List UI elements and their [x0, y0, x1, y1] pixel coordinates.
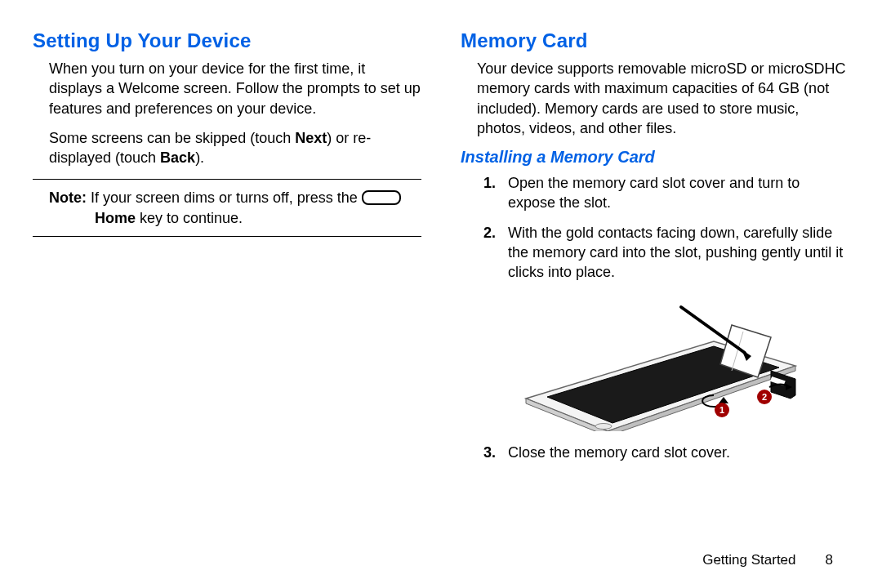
step-1: Open the memory card slot cover and turn… [483, 173, 849, 213]
tablet-sdcard-illustration: 1 2 [510, 292, 812, 431]
svg-marker-13 [719, 397, 728, 403]
heading-memory-card: Memory Card [461, 29, 849, 52]
left-column: Setting Up Your Device When you turn on … [33, 29, 421, 552]
right-column: Memory Card Your device supports removab… [461, 29, 849, 552]
text: Some screens can be skipped (touch [49, 130, 295, 146]
footer-page-number: 8 [826, 552, 833, 568]
memory-intro: Your device supports removable microSD o… [477, 59, 849, 138]
svg-point-4 [595, 423, 612, 429]
step-2: With the gold contacts facing down, care… [483, 223, 849, 283]
note-label: Note: [49, 189, 87, 206]
home-button-icon [362, 190, 401, 205]
subheading-installing: Installing a Memory Card [461, 148, 849, 167]
note-text: Note: If your screen dims or turns off, … [49, 188, 421, 228]
back-label: Back [160, 149, 195, 166]
install-steps: Open the memory card slot cover and turn… [483, 173, 849, 282]
step-3: Close the memory card slot cover. [483, 443, 849, 462]
setup-paragraph-1: When you turn on your device for the fir… [49, 59, 421, 118]
heading-setting-up: Setting Up Your Device [33, 29, 421, 52]
footer-section-name: Getting Started [702, 552, 795, 568]
page-footer: Getting Started 8 [33, 552, 849, 568]
manual-page: Setting Up Your Device When you turn on … [0, 0, 882, 588]
setup-paragraph-2: Some screens can be skipped (touch Next)… [49, 128, 421, 168]
next-label: Next [295, 130, 327, 146]
text: key to continue. [136, 210, 243, 226]
two-column-layout: Setting Up Your Device When you turn on … [33, 29, 849, 552]
home-key-label: Home [95, 210, 136, 226]
svg-text:2: 2 [762, 392, 767, 402]
install-steps-cont: Close the memory card slot cover. [483, 443, 849, 462]
text: If your screen dims or turns off, press … [87, 189, 362, 206]
svg-text:1: 1 [719, 405, 724, 415]
note-block: Note: If your screen dims or turns off, … [33, 179, 421, 237]
text: ). [195, 149, 204, 166]
